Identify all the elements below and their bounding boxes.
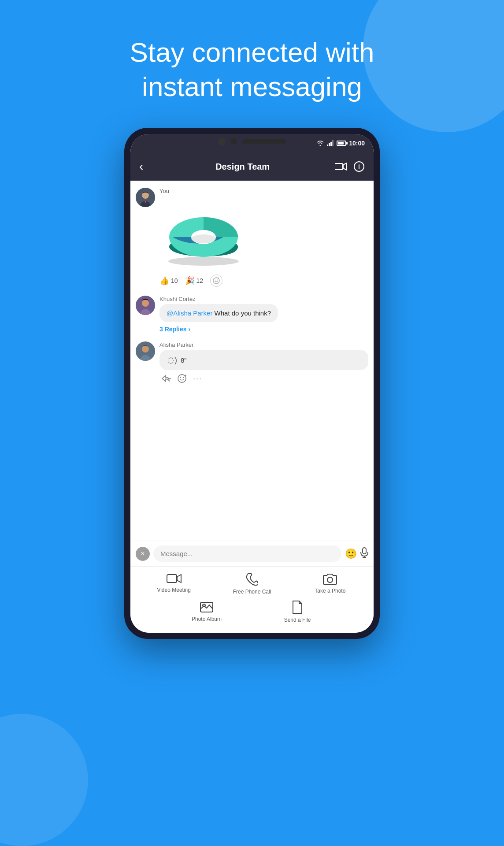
free-phone-call-icon (246, 573, 258, 586)
svg-point-10 (168, 257, 239, 266)
add-emoji-icon[interactable] (177, 374, 187, 383)
reaction-party[interactable]: 🎉 12 (185, 276, 204, 286)
message-sender-2: Khushi Cortez (159, 296, 368, 302)
back-button[interactable]: ‹ (139, 160, 143, 174)
hero-line2: instant messaging (142, 71, 362, 102)
status-time: 10:00 (349, 140, 365, 147)
message-block-1: You (136, 188, 368, 287)
reaction-thumbs-up[interactable]: 👍 10 (159, 276, 178, 286)
info-icon[interactable]: i (353, 161, 365, 172)
thumbs-up-count: 10 (171, 277, 178, 284)
replies-link[interactable]: 3 Replies › (159, 326, 368, 333)
message-block-2: Khushi Cortez @Alisha Parker What do you… (136, 296, 368, 333)
action-row-1: Video Meeting Free Phone Call Take (135, 573, 369, 595)
svg-point-27 (183, 377, 184, 378)
send-file-icon (292, 600, 303, 614)
mic-button[interactable] (360, 547, 368, 560)
message-content-2: Khushi Cortez @Alisha Parker What do you… (159, 296, 368, 333)
message-actions: ··· (159, 374, 368, 383)
phone-mockup: 10:00 ‹ Design Team i (124, 128, 380, 806)
video-meeting-icon (167, 573, 182, 584)
video-meeting-label: Video Meeting (157, 587, 191, 593)
svg-point-25 (178, 375, 186, 382)
add-reaction-button[interactable] (210, 275, 222, 287)
message-sender-1: You (159, 188, 368, 194)
emoji-button[interactable]: 🙂 (345, 548, 357, 560)
mic-icon (360, 547, 368, 558)
svg-point-26 (180, 377, 181, 378)
replies-count: 3 Replies (159, 326, 186, 333)
message-content-3: Alisha Parker ◌) 8" (159, 341, 368, 383)
photo-album-icon (200, 600, 214, 613)
svg-point-16 (215, 280, 216, 281)
camera-dot-right (231, 138, 237, 145)
add-reaction-icon (213, 277, 220, 284)
audio-bubble[interactable]: ◌) 8" (159, 350, 368, 370)
video-meeting-action[interactable]: Video Meeting (152, 573, 196, 595)
svg-point-21 (142, 300, 149, 307)
action-row-2: Photo Album Send a File (135, 600, 369, 623)
message-sender-3: Alisha Parker (159, 341, 368, 348)
take-photo-label: Take a Photo (315, 588, 345, 594)
svg-rect-2 (330, 142, 332, 146)
speaker-bar (242, 139, 286, 144)
close-button[interactable]: × (136, 547, 150, 561)
message-block-3: Alisha Parker ◌) 8" (136, 341, 368, 383)
chat-area: You (130, 181, 374, 541)
reply-icon[interactable] (161, 375, 171, 382)
camera-dot-left (218, 137, 226, 145)
nav-bar: ‹ Design Team i (130, 152, 374, 181)
party-count: 12 (196, 277, 204, 284)
signal-icon (327, 140, 334, 146)
photo-album-action[interactable]: Photo Album (185, 600, 229, 623)
svg-rect-0 (327, 145, 328, 146)
phone-outer: 10:00 ‹ Design Team i (124, 128, 380, 639)
send-file-label: Send a File (284, 617, 311, 623)
audio-duration: 8" (181, 356, 187, 364)
avatar-man-svg (136, 188, 155, 207)
free-phone-call-action[interactable]: Free Phone Call (230, 573, 274, 595)
video-call-icon[interactable] (335, 162, 347, 171)
avatar-alisha (136, 341, 155, 361)
svg-point-15 (213, 278, 219, 284)
avatar-you (136, 188, 155, 207)
message-content-1: You (159, 188, 368, 287)
free-phone-call-label: Free Phone Call (233, 589, 271, 595)
battery-fill (338, 142, 344, 145)
audio-wave-icon: ◌) (167, 355, 177, 365)
status-icons: 10:00 (316, 140, 365, 147)
avatar-khushi-svg (136, 296, 155, 315)
more-options-icon[interactable]: ··· (193, 374, 202, 383)
hero-line1: Stay connected with (130, 37, 374, 67)
svg-text:i: i (358, 163, 360, 170)
svg-rect-4 (335, 163, 343, 170)
svg-point-14 (191, 234, 216, 243)
wifi-icon (316, 140, 324, 146)
svg-rect-33 (167, 575, 177, 583)
replies-chevron: › (188, 326, 190, 333)
send-file-action[interactable]: Send a File (275, 600, 319, 623)
svg-rect-1 (329, 143, 330, 146)
phone-screen: 10:00 ‹ Design Team i (130, 134, 374, 633)
svg-point-35 (327, 577, 333, 583)
message-input[interactable] (153, 545, 341, 562)
input-area: × 🙂 (130, 541, 374, 566)
svg-rect-30 (363, 548, 366, 554)
close-icon: × (141, 550, 145, 558)
svg-point-23 (142, 345, 149, 352)
svg-rect-3 (332, 140, 334, 146)
pie-chart-svg (159, 196, 248, 267)
take-photo-action[interactable]: Take a Photo (308, 573, 352, 595)
avatar-alisha-svg (136, 341, 155, 361)
take-photo-icon (323, 573, 337, 585)
svg-marker-34 (177, 575, 181, 583)
action-bar: Video Meeting Free Phone Call Take (130, 566, 374, 633)
svg-marker-5 (343, 163, 347, 170)
party-emoji: 🎉 (185, 276, 195, 286)
photo-album-label: Photo Album (192, 616, 222, 622)
phone-notch (218, 137, 286, 145)
hero-text: Stay connected with instant messaging (0, 35, 504, 104)
text-bubble-2: @Alisha Parker What do you think? (159, 304, 278, 322)
avatar-khushi (136, 296, 155, 315)
bg-circle-bottom (0, 714, 88, 846)
